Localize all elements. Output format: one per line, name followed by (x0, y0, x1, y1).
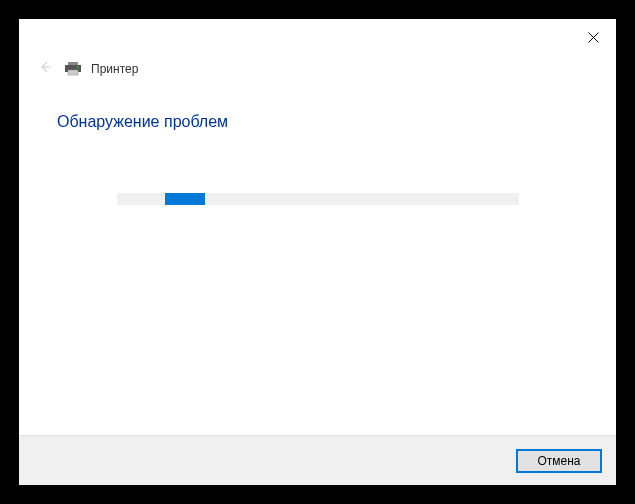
window-title: Принтер (91, 62, 138, 76)
progress-bar (117, 193, 519, 205)
back-button (35, 59, 55, 79)
progress-container (57, 193, 578, 205)
close-icon (588, 29, 599, 47)
svg-rect-5 (68, 70, 78, 75)
main-heading: Обнаружение проблем (57, 113, 578, 131)
content-area: Обнаружение проблем (19, 83, 616, 435)
header-row: Принтер (19, 55, 616, 83)
cancel-button[interactable]: Отмена (516, 449, 602, 473)
footer: Отмена (19, 435, 616, 485)
svg-point-6 (77, 66, 79, 68)
troubleshooter-window: Принтер Обнаружение проблем Отмена (19, 19, 616, 485)
arrow-left-icon (37, 59, 53, 79)
svg-rect-3 (68, 62, 78, 65)
close-button[interactable] (570, 23, 616, 53)
titlebar (19, 19, 616, 55)
progress-indicator (165, 193, 205, 205)
printer-icon (65, 62, 81, 76)
